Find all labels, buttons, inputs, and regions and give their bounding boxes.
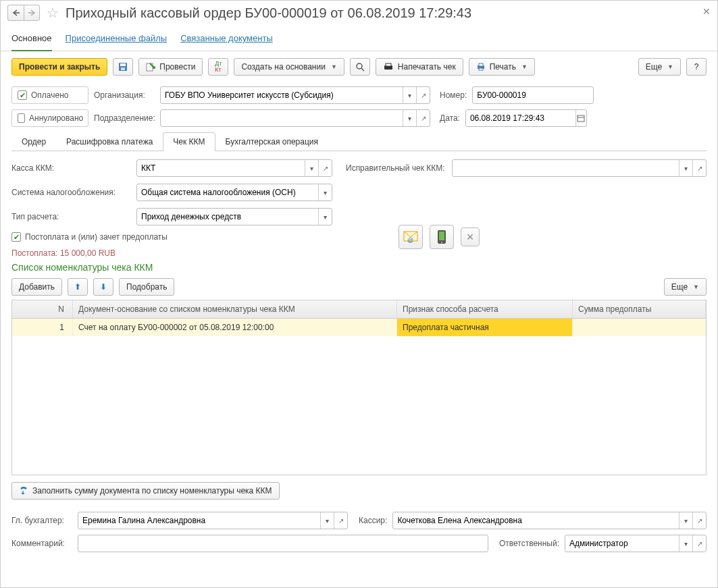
receipt-icon <box>383 63 394 71</box>
save-button[interactable] <box>113 58 133 76</box>
send-sms-button[interactable] <box>430 225 454 249</box>
cashier-field[interactable]: ▾ ↗ <box>392 512 707 529</box>
open-icon[interactable]: ↗ <box>334 512 347 529</box>
dropdown-icon[interactable]: ▾ <box>320 512 334 529</box>
corr-check-input[interactable] <box>453 160 679 176</box>
calendar-icon[interactable] <box>575 110 586 126</box>
email-icon: @ <box>403 231 418 243</box>
inner-tab-decoding[interactable]: Расшифровка платежа <box>56 132 163 151</box>
tab-linked-docs[interactable]: Связанные документы <box>180 29 273 51</box>
post-and-close-button[interactable]: Провести и закрыть <box>11 58 107 76</box>
table-more-button[interactable]: Еще ▼ <box>664 278 707 296</box>
paid-checkbox[interactable]: ✔ Оплачено <box>11 86 88 104</box>
favorite-star-icon[interactable]: ☆ <box>47 5 59 21</box>
fill-label: Заполнить сумму документа по списку номе… <box>32 486 272 496</box>
move-down-button[interactable]: ⬇ <box>93 278 113 296</box>
subdiv-field[interactable]: ▾ ↗ <box>160 109 430 127</box>
close-icon: × <box>467 230 474 244</box>
create-based-on-button[interactable]: Создать на основании ▼ <box>234 58 344 76</box>
open-icon[interactable]: ↗ <box>692 535 706 552</box>
fill-sum-button[interactable]: Заполнить сумму документа по списку номе… <box>11 482 280 500</box>
corr-check-field[interactable]: ▾ ↗ <box>452 159 707 177</box>
cashier-label: Кассир: <box>359 516 387 525</box>
date-field[interactable] <box>465 109 587 127</box>
number-input[interactable] <box>473 87 593 103</box>
postpay-label: Постоплата и (или) зачет предоплаты <box>25 232 168 242</box>
tax-sys-field[interactable]: ▾ <box>136 184 332 201</box>
dropdown-icon[interactable]: ▾ <box>318 209 332 225</box>
svg-rect-12 <box>479 63 483 66</box>
col-doc[interactable]: Документ-основание со списком номенклату… <box>73 300 397 318</box>
open-icon[interactable]: ↗ <box>318 160 332 176</box>
cell-sign[interactable]: Предоплата частичная <box>397 319 573 336</box>
post-button[interactable]: Провести <box>138 58 203 76</box>
open-icon[interactable]: ↗ <box>416 110 430 126</box>
dropdown-icon[interactable]: ▾ <box>403 87 416 103</box>
phone-icon <box>437 230 446 244</box>
tax-sys-input[interactable] <box>137 184 318 201</box>
comment-field[interactable] <box>78 535 488 552</box>
chief-acc-input[interactable] <box>78 512 320 529</box>
cashier-input[interactable] <box>393 512 679 529</box>
title-bar: ☆ Приходный кассовый ордер БУ00-000019 о… <box>1 1 717 24</box>
dropdown-icon[interactable]: ▾ <box>403 110 416 126</box>
date-input[interactable] <box>466 110 575 126</box>
inner-tabs: Ордер Расшифровка платежа Чек ККМ Бухгал… <box>11 132 707 151</box>
comment-input[interactable] <box>78 535 488 552</box>
help-button[interactable]: ? <box>686 58 707 76</box>
dropdown-icon[interactable]: ▾ <box>679 535 692 552</box>
inner-tab-accounting[interactable]: Бухгалтерская операция <box>215 132 328 151</box>
search-button[interactable] <box>350 58 370 76</box>
responsible-input[interactable] <box>565 535 679 552</box>
svg-point-20 <box>441 242 442 243</box>
tab-attached-files[interactable]: Присоединенные файлы <box>66 29 168 51</box>
col-sign[interactable]: Признак способа расчета <box>397 300 573 318</box>
org-field[interactable]: ▾ ↗ <box>160 86 430 104</box>
pick-button[interactable]: Подобрать <box>119 278 174 296</box>
more-button[interactable]: Еще ▼ <box>638 58 681 76</box>
responsible-field[interactable]: ▾ ↗ <box>565 535 707 552</box>
inner-tab-order[interactable]: Ордер <box>11 132 56 151</box>
back-button[interactable] <box>7 5 24 21</box>
main-toolbar: Провести и закрыть Провести ДтКт Создать… <box>1 51 717 82</box>
chevron-down-icon: ▼ <box>693 284 699 290</box>
search-icon <box>355 62 365 72</box>
dropdown-icon[interactable]: ▾ <box>318 184 332 201</box>
open-icon[interactable]: ↗ <box>692 160 706 176</box>
help-icon: ? <box>694 62 699 72</box>
forward-button[interactable] <box>24 5 40 21</box>
move-up-button[interactable]: ⬆ <box>68 278 88 296</box>
delete-icon-button[interactable]: × <box>461 228 480 246</box>
dropdown-icon[interactable]: ▾ <box>679 512 692 529</box>
print-check-button[interactable]: Напечатать чек <box>376 58 463 76</box>
col-n[interactable]: N <box>12 300 73 318</box>
open-icon[interactable]: ↗ <box>692 512 706 529</box>
dtkt-button[interactable]: ДтКт <box>208 58 228 76</box>
dropdown-icon[interactable]: ▾ <box>679 160 692 176</box>
tab-main[interactable]: Основное <box>11 29 52 51</box>
fill-icon <box>19 487 28 495</box>
chief-acc-field[interactable]: ▾ ↗ <box>78 512 348 529</box>
send-email-button[interactable]: @ <box>399 225 423 249</box>
close-icon[interactable]: ✕ <box>702 6 711 17</box>
calc-type-input[interactable] <box>137 209 318 225</box>
open-icon[interactable]: ↗ <box>416 87 430 103</box>
table-toolbar: Добавить ⬆ ⬇ Подобрать Еще ▼ <box>11 278 707 296</box>
kkm-field[interactable]: ▾ ↗ <box>136 159 332 177</box>
subdiv-input[interactable] <box>161 110 403 126</box>
svg-line-8 <box>361 68 364 71</box>
cancelled-checkbox[interactable]: ✔ Аннулировано <box>11 109 88 127</box>
kkm-input[interactable] <box>137 160 305 176</box>
org-input[interactable] <box>161 87 403 103</box>
cell-doc: Счет на оплату БУ00-000002 от 05.08.2019… <box>73 319 397 336</box>
calc-type-field[interactable]: ▾ <box>136 208 332 225</box>
add-button[interactable]: Добавить <box>11 278 62 296</box>
col-sum[interactable]: Сумма предоплаты <box>573 300 706 318</box>
postpay-checkbox[interactable]: ✔ Постоплата и (или) зачет предоплаты <box>11 232 168 242</box>
inner-tab-check[interactable]: Чек ККМ <box>163 132 215 151</box>
chevron-down-icon: ▼ <box>331 63 337 70</box>
dropdown-icon[interactable]: ▾ <box>305 160 318 176</box>
print-button[interactable]: Печать ▼ <box>469 58 535 76</box>
printer-icon <box>476 62 486 72</box>
table-row[interactable]: 1 Счет на оплату БУ00-000002 от 05.08.20… <box>12 319 706 336</box>
